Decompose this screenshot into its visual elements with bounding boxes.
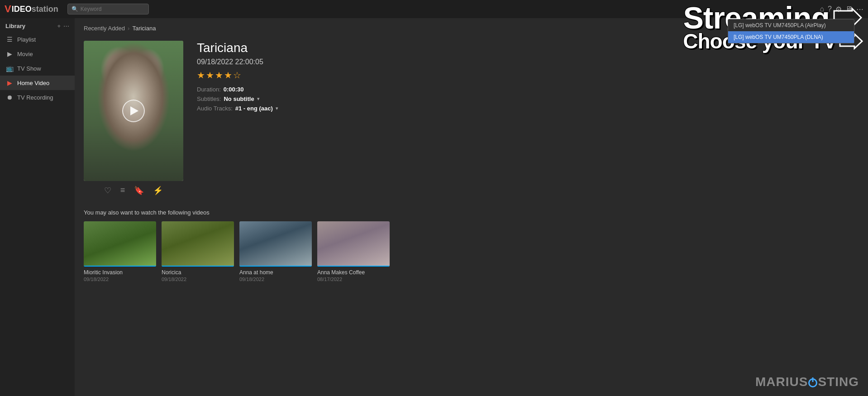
video-thumbnail-wrap — [84, 41, 183, 181]
video-actions: ♡ ≡ 🔖 ⚡ — [84, 186, 183, 196]
rec-thumb-0 — [84, 221, 156, 267]
star-rating[interactable]: ★★★★☆ — [197, 70, 859, 81]
brand-footer: MARIUSSTING — [755, 375, 859, 389]
app-logo: V IDEO station — [5, 3, 58, 15]
sidebar-item-homevideo[interactable]: ▶ Home Video — [0, 76, 75, 90]
sidebar-item-label-playlist: Playlist — [17, 36, 36, 43]
subtitles-dropdown[interactable]: ▾ — [257, 96, 260, 102]
rec-title-0: Mioritic Invasion — [84, 269, 156, 276]
breadcrumb-current: Tariciana — [132, 25, 156, 32]
movie-icon: ▶ — [5, 50, 14, 57]
favorite-icon[interactable]: ♡ — [104, 186, 111, 196]
subtitles-row: Subtitles: No subtitle ▾ — [197, 95, 859, 102]
video-date: 09/18/2022 22:00:05 — [197, 58, 859, 66]
tvshow-icon: 📺 — [5, 65, 14, 72]
rec-item-0[interactable]: Mioritic Invasion 09/18/2022 — [84, 221, 156, 282]
sidebar: Library + ⋯ ☰ Playlist ▶ Movie 📺 TV Show… — [0, 18, 75, 396]
sidebar-item-movie[interactable]: ▶ Movie — [0, 47, 75, 61]
tv-option-dlna[interactable]: [LG] webOS TV UM7450PLA (DLNA) — [728, 31, 854, 43]
tv-option-airplay[interactable]: [LG] webOS TV UM7450PLA (AirPlay) — [728, 19, 854, 31]
play-triangle — [130, 106, 138, 115]
rec-title-3: Anna Makes Coffee — [317, 269, 390, 276]
sidebar-more-icon[interactable]: ⋯ — [63, 23, 69, 29]
logo-v-letter: V — [5, 3, 11, 15]
share-icon[interactable]: ⚡ — [153, 186, 163, 196]
playlist-icon: ☰ — [5, 36, 14, 43]
breadcrumb-parent[interactable]: Recently Added — [84, 25, 125, 32]
rec-date-3: 08/17/2022 — [317, 277, 390, 282]
home-icon[interactable]: ⌂ — [820, 5, 824, 13]
duration-row: Duration: 0:00:30 — [197, 86, 859, 93]
duration-label: Duration: — [197, 86, 221, 93]
tvrecording-icon: ⏺ — [5, 94, 14, 101]
sidebar-item-label-tvrecording: TV Recording — [17, 94, 53, 101]
sidebar-add-icon[interactable]: + — [57, 23, 61, 29]
play-button[interactable] — [122, 100, 145, 122]
subtitles-label: Subtitles: — [197, 95, 221, 102]
video-detail: ♡ ≡ 🔖 ⚡ Tariciana 09/18/2022 22:00:05 ★★… — [84, 41, 859, 196]
main-layout: Library + ⋯ ☰ Playlist ▶ Movie 📺 TV Show… — [0, 18, 868, 396]
rec-thumb-3 — [317, 221, 390, 267]
audio-dropdown[interactable]: ▾ — [276, 105, 278, 111]
search-box[interactable]: 🔍 — [67, 4, 149, 14]
rec-date-0: 09/18/2022 — [84, 277, 156, 282]
rec-title-1: Noricica — [162, 269, 234, 276]
sidebar-item-label-tvshow: TV Show — [17, 65, 41, 72]
list-icon[interactable]: ≡ — [120, 186, 125, 196]
sidebar-item-tvshow[interactable]: 📺 TV Show — [0, 61, 75, 76]
monitor-icon[interactable]: 🖥 — [845, 5, 853, 13]
content-area: Recently Added › Tariciana ♡ ≡ � — [75, 18, 868, 396]
more-icon[interactable]: ⋯ — [856, 5, 863, 14]
help-icon[interactable]: ? — [828, 5, 832, 13]
bookmark-icon[interactable]: 🔖 — [134, 186, 144, 196]
rec-item-2[interactable]: Anna at home 09/18/2022 — [239, 221, 312, 282]
rec-label: You may also want to watch the following… — [84, 209, 859, 216]
rec-date-2: 09/18/2022 — [239, 277, 312, 282]
video-thumbnail-section: ♡ ≡ 🔖 ⚡ — [84, 41, 183, 196]
sidebar-header-actions: + ⋯ — [57, 23, 69, 29]
rec-item-1[interactable]: Noricica 09/18/2022 — [162, 221, 234, 282]
rec-title-2: Anna at home — [239, 269, 312, 276]
audio-row: Audio Tracks: #1 - eng (aac) ▾ — [197, 105, 859, 112]
rec-thumb-bar-0 — [84, 266, 156, 267]
rec-thumb-bar-2 — [239, 266, 312, 267]
breadcrumb-separator: › — [128, 25, 129, 32]
sidebar-item-playlist[interactable]: ☰ Playlist — [0, 32, 75, 47]
video-thumbnail — [84, 41, 183, 181]
settings-icon[interactable]: ⚙ — [835, 5, 842, 14]
search-input[interactable] — [81, 6, 144, 12]
audio-value: #1 - eng (aac) — [235, 105, 273, 112]
tv-dropdown: [LG] webOS TV UM7450PLA (AirPlay) [LG] w… — [728, 19, 854, 43]
sidebar-item-label-homevideo: Home Video — [17, 80, 49, 86]
rec-thumb-bar-1 — [162, 266, 234, 267]
logo-ideo: IDEO — [12, 5, 32, 14]
subtitles-value: No subtitle — [224, 95, 254, 102]
rec-thumb-2 — [239, 221, 312, 267]
rec-thumb-1 — [162, 221, 234, 267]
search-icon: 🔍 — [72, 6, 78, 12]
rec-grid: Mioritic Invasion 09/18/2022 Noricica 09… — [84, 221, 859, 282]
power-icon — [808, 378, 817, 387]
rec-date-1: 09/18/2022 — [162, 277, 234, 282]
library-label: Library — [5, 23, 25, 29]
sidebar-item-label-movie: Movie — [17, 51, 33, 57]
video-info: Tariciana 09/18/2022 22:00:05 ★★★★☆ Dura… — [197, 41, 859, 196]
topbar-right: ⌂ ? ⚙ 🖥 ⋯ — [820, 5, 863, 14]
sidebar-library-header: Library + ⋯ — [0, 18, 75, 32]
logo-station: station — [32, 5, 58, 14]
rec-item-3[interactable]: Anna Makes Coffee 08/17/2022 — [317, 221, 390, 282]
audio-label: Audio Tracks: — [197, 105, 233, 112]
recommendations-section: You may also want to watch the following… — [84, 209, 859, 282]
duration-value: 0:00:30 — [224, 86, 244, 93]
rec-thumb-bar-3 — [317, 266, 390, 267]
topbar: V IDEO station 🔍 ⌂ ? ⚙ 🖥 ⋯ — [0, 0, 868, 18]
sidebar-item-tvrecording[interactable]: ⏺ TV Recording — [0, 90, 75, 105]
homevideo-icon: ▶ — [5, 79, 14, 86]
